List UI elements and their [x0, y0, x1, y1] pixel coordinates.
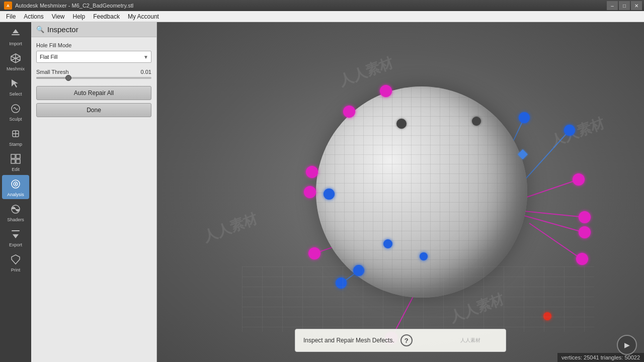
tool-print[interactable]: Print — [2, 250, 29, 275]
small-thresh-value: 0.01 — [141, 69, 151, 75]
import-icon — [9, 26, 23, 40]
svg-line-30 — [524, 216, 584, 232]
svg-line-29 — [519, 211, 585, 217]
tool-analysis-label: Analysis — [7, 192, 24, 197]
left-toolbar: Import Meshmix Select Sculpt Stamp — [0, 22, 31, 362]
tool-stamp[interactable]: Stamp — [2, 125, 29, 149]
svg-marker-1 — [13, 29, 19, 33]
stamp-icon — [9, 127, 23, 141]
meshmix-icon — [9, 51, 23, 65]
menu-feedback[interactable]: Feedback — [89, 11, 124, 22]
app-icon: A — [4, 2, 12, 10]
tool-meshmix[interactable]: Meshmix — [2, 49, 29, 73]
status-bar: vertices: 25041 triangles: 50022 — [557, 353, 644, 362]
done-button[interactable]: Done — [36, 103, 151, 117]
search-icon: 🔍 — [36, 26, 44, 33]
watermark-2: 人人素材 — [548, 114, 607, 151]
status-text: vertices: 25041 triangles: 50022 — [561, 354, 640, 360]
tool-shaders-label: Shaders — [7, 217, 24, 222]
select-icon — [9, 76, 23, 90]
inspector-title: Inspector — [47, 25, 78, 34]
mesh-pattern — [316, 86, 527, 298]
print-icon — [9, 252, 23, 266]
help-question-button[interactable]: ? — [400, 334, 413, 346]
svg-rect-14 — [16, 159, 20, 163]
tool-export[interactable]: Export — [2, 225, 29, 249]
tool-select-label: Select — [9, 92, 22, 97]
shaders-icon — [9, 202, 23, 216]
mesh-sphere — [316, 86, 527, 298]
tool-shaders[interactable]: Shaders — [2, 200, 29, 224]
play-icon: ▶ — [624, 341, 630, 349]
slider-fill — [36, 77, 68, 79]
menu-actions[interactable]: Actions — [20, 11, 47, 22]
hole-fill-dropdown-wrapper: Flat Fill Smooth Fill Minimal Fill ▼ — [36, 51, 151, 63]
main-area: Import Meshmix Select Sculpt Stamp — [0, 22, 644, 362]
svg-rect-39 — [242, 266, 594, 332]
menu-view[interactable]: View — [48, 11, 69, 22]
tool-sculpt-label: Sculpt — [9, 117, 22, 122]
defect-magenta-4[interactable] — [304, 186, 316, 198]
watermark-3: 人人素材 — [201, 209, 260, 246]
svg-marker-6 — [12, 79, 18, 87]
tool-select[interactable]: Select — [2, 74, 29, 99]
tool-print-label: Print — [11, 267, 21, 273]
auto-repair-button[interactable]: Auto Repair All — [36, 86, 151, 100]
slider-track — [36, 77, 151, 79]
tool-stamp-label: Stamp — [9, 142, 22, 147]
inspector-body: Hole Fill Mode Flat Fill Smooth Fill Min… — [31, 37, 156, 122]
window-controls: – □ ✕ — [607, 1, 642, 10]
menu-file[interactable]: File — [2, 11, 20, 22]
tool-analysis[interactable]: Analysis — [2, 175, 29, 199]
tool-import-label: Import — [9, 41, 22, 46]
minimize-button[interactable]: – — [607, 1, 618, 10]
export-icon — [9, 227, 23, 241]
svg-marker-19 — [13, 234, 19, 238]
small-thresh-slider[interactable] — [36, 77, 151, 79]
defect-magenta-7[interactable] — [573, 173, 585, 186]
hole-fill-select[interactable]: Flat Fill Smooth Fill Minimal Fill — [36, 51, 151, 63]
grid-floor — [242, 266, 594, 332]
inspector-header: 🔍 Inspector — [31, 22, 156, 37]
svg-marker-21 — [12, 255, 20, 264]
analysis-icon — [9, 177, 23, 191]
menubar: File Actions View Help Feedback My Accou… — [0, 11, 644, 22]
defect-magenta-10[interactable] — [576, 253, 588, 265]
tool-import[interactable]: Import — [2, 24, 29, 48]
hole-fill-label: Hole Fill Mode — [36, 42, 151, 48]
window-title: Autodesk Meshmixer - M6_C2_BadGeometry.s… — [15, 3, 133, 9]
small-thresh-row: Small Thresh 0.01 — [36, 69, 151, 75]
logo-overlay: 人人素材 — [460, 337, 480, 344]
svg-point-17 — [15, 184, 16, 185]
svg-rect-20 — [12, 230, 20, 231]
edit-icon — [9, 152, 23, 166]
svg-rect-0 — [12, 34, 20, 35]
close-button[interactable]: ✕ — [631, 1, 642, 10]
tool-export-label: Export — [9, 242, 22, 247]
defect-blue-2[interactable] — [564, 125, 575, 136]
tool-edit[interactable]: Edit — [2, 150, 29, 174]
defect-magenta-9[interactable] — [579, 226, 591, 238]
titlebar: A Autodesk Meshmixer - M6_C2_BadGeometry… — [0, 0, 644, 11]
svg-rect-13 — [11, 159, 15, 163]
tool-sculpt[interactable]: Sculpt — [2, 100, 29, 124]
watermark-1: 人人素材 — [337, 53, 396, 90]
svg-rect-12 — [16, 154, 20, 158]
svg-rect-11 — [11, 154, 15, 158]
menu-myaccount[interactable]: My Account — [124, 11, 163, 22]
help-text: Inspect and Repair Mesh Defects. — [303, 337, 394, 344]
help-bar: Inspect and Repair Mesh Defects. 人人素材 ? — [295, 329, 506, 352]
viewport[interactable]: 人人素材 人人素材 人人素材 人人素材 — [157, 22, 644, 362]
sculpt-icon — [9, 102, 23, 116]
defect-magenta-8[interactable] — [579, 211, 591, 223]
play-button[interactable]: ▶ — [617, 335, 637, 355]
tool-edit-label: Edit — [12, 167, 20, 172]
small-thresh-label: Small Thresh — [36, 69, 69, 75]
inspector-panel: 🔍 Inspector Hole Fill Mode Flat Fill Smo… — [31, 22, 157, 362]
slider-thumb[interactable] — [65, 75, 71, 81]
tool-meshmix-label: Meshmix — [7, 66, 25, 71]
svg-line-31 — [529, 223, 582, 259]
maximize-button[interactable]: □ — [619, 1, 630, 10]
menu-help[interactable]: Help — [69, 11, 90, 22]
